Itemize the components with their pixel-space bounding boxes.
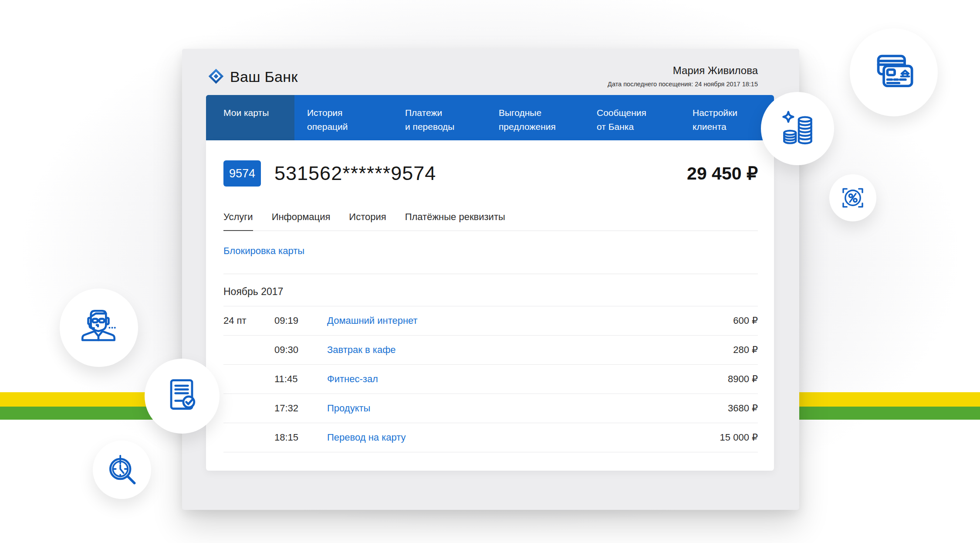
transaction-title-link[interactable]: Домашний интернет xyxy=(327,315,733,326)
transaction-amount: 3680 ₽ xyxy=(728,403,758,414)
transaction-time: 17:32 xyxy=(274,403,327,414)
transaction-amount: 8900 ₽ xyxy=(728,373,758,385)
tab-information[interactable]: Информация xyxy=(272,211,331,231)
section-divider xyxy=(223,274,758,274)
deco-circle-document xyxy=(145,359,220,434)
transaction-title-link[interactable]: Продукты xyxy=(327,403,728,414)
transaction-amount: 600 ₽ xyxy=(733,315,758,326)
transaction-title-link[interactable]: Завтрак в кафе xyxy=(327,344,733,356)
card-last-digits-badge[interactable]: 9574 xyxy=(223,160,261,187)
card-summary-row: 9574 531562******9574 29 450 ₽ xyxy=(223,160,758,187)
main-nav: Мои карты История операций Платежи и пер… xyxy=(206,95,774,140)
percent-scan-icon xyxy=(838,183,867,212)
transaction-amount: 280 ₽ xyxy=(733,344,758,356)
deco-circle-clock xyxy=(93,441,151,499)
bank-name: Ваш Банк xyxy=(230,68,298,85)
nav-item-my-cards[interactable]: Мои карты xyxy=(206,95,294,140)
card-tabs: Услуги Информация История Платёжные рекв… xyxy=(223,211,758,231)
transaction-time: 09:19 xyxy=(274,315,327,326)
transactions-list: 24 пт 09:19 Домашний интернет 600 ₽ 09:3… xyxy=(223,306,758,452)
nav-item-client-settings[interactable]: Настройки клиента xyxy=(693,95,737,140)
transaction-title-link[interactable]: Фитнес-зал xyxy=(327,373,728,385)
nav-item-history-operations[interactable]: История операций xyxy=(307,95,348,140)
deco-circle-support xyxy=(60,288,138,367)
tab-services[interactable]: Услуги xyxy=(223,211,253,231)
transaction-title-link[interactable]: Перевод на карту xyxy=(327,432,720,443)
deco-circle-coins xyxy=(761,92,834,165)
tab-history[interactable]: История xyxy=(349,211,386,231)
month-heading: Ноябрь 2017 xyxy=(223,286,758,298)
coin-stacks-sparkle-icon xyxy=(777,109,818,149)
nav-item-bank-messages[interactable]: Сообщения от Банка xyxy=(597,95,646,140)
deco-circle-cards xyxy=(850,28,938,116)
tab-payment-details[interactable]: Платёжные реквизиты xyxy=(405,211,505,231)
main-panel: Ваш Банк Мария Живилова Дата последнего … xyxy=(182,49,799,510)
transaction-row: 17:32 Продукты 3680 ₽ xyxy=(223,394,758,423)
credit-cards-icon xyxy=(872,51,916,94)
transaction-row: 24 пт 09:19 Домашний интернет 600 ₽ xyxy=(223,306,758,336)
transaction-time: 11:45 xyxy=(274,373,327,385)
card-balance: 29 450 ₽ xyxy=(687,163,758,184)
transaction-row: 18:15 Перевод на карту 15 000 ₽ xyxy=(223,423,758,452)
transaction-amount: 15 000 ₽ xyxy=(720,432,758,443)
user-block: Мария Живилова Дата последнего посещения… xyxy=(608,64,758,88)
screen: Ваш Банк Мария Живилова Дата последнего … xyxy=(0,0,980,543)
deco-circle-percent xyxy=(829,174,876,221)
bank-logo-icon xyxy=(207,67,225,85)
transaction-date: 24 пт xyxy=(223,315,274,326)
document-check-icon xyxy=(162,376,202,416)
block-card-link[interactable]: Блокировка карты xyxy=(223,245,304,257)
content-card: 9574 531562******9574 29 450 ₽ Услуги Ин… xyxy=(206,140,774,471)
history-search-icon xyxy=(105,452,139,487)
transaction-row: 09:30 Завтрак в кафе 280 ₽ xyxy=(223,336,758,365)
transaction-time: 09:30 xyxy=(274,344,327,356)
transaction-row: 11:45 Фитнес-зал 8900 ₽ xyxy=(223,365,758,394)
last-visit-date: Дата последнего посещения: 24 ноября 201… xyxy=(608,81,758,88)
user-name: Мария Живилова xyxy=(608,64,758,77)
nav-item-payments-transfers[interactable]: Платежи и переводы xyxy=(405,95,454,140)
nav-item-offers[interactable]: Выгодные предложения xyxy=(499,95,556,140)
transaction-time: 18:15 xyxy=(274,432,327,443)
card-number: 531562******9574 xyxy=(274,162,436,185)
support-agent-icon xyxy=(77,305,121,350)
